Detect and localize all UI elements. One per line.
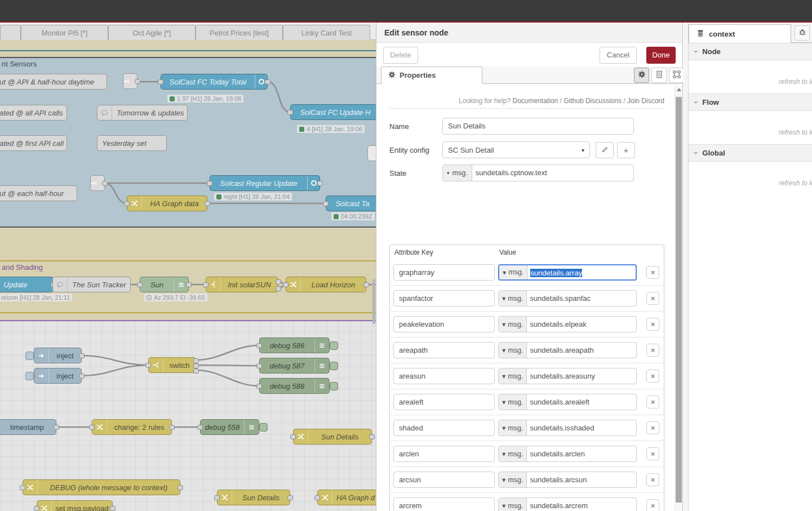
output-port[interactable] [135,79,140,84]
input-port[interactable] [256,363,262,368]
node-button[interactable] [25,352,34,360]
output-port[interactable] [193,368,199,374]
flow-canvas[interactable]: Monitor Pi5 [*]Oct Agile [*]Petrol Price… [0,23,376,511]
appearance-icon-button[interactable] [669,68,684,83]
tab-properties[interactable]: Properties [381,66,482,84]
input-port[interactable] [256,343,262,348]
attribute-value-input[interactable]: ▾msg.sundetails.elpeak [498,316,637,332]
typed-input-type-button[interactable]: ▾msg. [499,291,527,306]
node-set-msg-payload[interactable]: set msg.payload [37,500,113,511]
typed-input-type-button[interactable]: ▾msg. [499,265,527,279]
attribute-value-input[interactable]: ▾msg.sundetails.areapath [498,342,637,358]
scroll-up-arrow[interactable] [677,88,681,91]
node-button[interactable] [330,362,338,370]
input-port[interactable] [34,506,39,511]
remove-attribute-button[interactable]: × [646,499,659,511]
remove-attribute-button[interactable]: × [646,292,659,305]
attribute-key-input[interactable]: peakelevation [393,316,495,332]
attribute-key-input[interactable]: arcrem [393,497,495,511]
output-port[interactable] [79,353,85,358]
debug-sidebar-button[interactable] [795,25,810,41]
node-update-blue[interactable]: Update [0,277,54,292]
attribute-key-input[interactable]: areasun [393,368,495,384]
tab-context[interactable]: context [689,24,791,43]
node-inject-2[interactable]: inject [34,368,82,384]
workspace-tab-blank[interactable] [0,25,21,40]
input-port[interactable] [207,181,212,186]
input-port[interactable] [314,495,320,500]
input-port[interactable] [283,282,289,287]
typed-input-type-button[interactable]: ▾msg. [499,446,527,461]
input-port[interactable] [256,384,262,389]
scrollbar-thumb[interactable] [676,97,682,503]
edit-entity-button[interactable] [596,142,614,158]
typed-input-type-button[interactable]: ▾msg. [499,420,527,436]
github-discussions-link[interactable]: Github Discussions [563,97,622,105]
remove-attribute-button[interactable]: × [646,370,659,383]
remove-attribute-button[interactable]: × [646,266,659,279]
node-comment-each-halfhour[interactable]: ut @ each half-hour [0,185,77,201]
node-button[interactable] [330,341,338,350]
output-port[interactable] [265,79,270,85]
node-debug-558[interactable]: debug 558 [200,419,259,435]
output-port[interactable] [54,425,59,430]
node-sun-details-change-2[interactable]: Sun Details [217,490,290,505]
node-switch-node[interactable]: switch [148,357,196,373]
attribute-key-input[interactable]: spanfactor [393,290,495,306]
join-discord-link[interactable]: Join Discord [627,97,664,105]
input-port[interactable] [203,282,208,287]
node-inject-1[interactable]: inject [34,348,82,363]
typed-input-type-button[interactable]: ▾msg. [443,165,472,181]
canvas-scrollbar-thumb[interactable] [372,279,375,324]
node-change-2-rules[interactable]: change: 2 rules [92,419,172,435]
input-port[interactable] [124,201,130,206]
sidebar-section-global[interactable]: ›Global [689,144,812,162]
node-sun-details-change-1[interactable]: Sun Details [293,429,372,445]
output-port[interactable] [178,485,183,490]
properties-icon-button[interactable] [634,68,649,83]
attribute-value-input[interactable]: ▾msg.sundetails.arclen [498,446,637,462]
input-port[interactable] [89,425,95,430]
attribute-value-input[interactable]: ▾msg.sundetails.arcsun [498,472,637,488]
attribute-value-input[interactable]: ▾msg.sundetails.areasuny [498,368,637,384]
sidebar-resize-handle[interactable] [684,23,689,511]
output-port[interactable] [276,286,281,291]
node-solcast-fc-update[interactable]: SolCast FC Update H [290,104,376,120]
node-ha-graph-change[interactable]: HA Graph d [317,490,376,505]
node-inject-timestamp[interactable]: timestamp [0,419,56,435]
attribute-value-input[interactable]: ▾msg.sundetails.spanfac [498,290,637,306]
node-debug-586[interactable]: debug 586 [259,337,330,353]
output-port[interactable] [186,282,192,287]
typed-input-type-button[interactable]: ▾msg. [499,343,527,358]
node-comment-tomorrow-updates[interactable]: Tomorrow & updates [97,105,188,121]
workspace-tab-monitor-pi5[interactable]: Monitor Pi5 [*] [21,25,108,40]
node-button[interactable] [330,382,338,390]
typed-input-type-button[interactable]: ▾msg. [499,317,527,332]
node-comment-first-api-call[interactable]: ated @ first API call [0,135,67,151]
node-init-solarsun[interactable]: Init solarSUN [206,277,278,292]
node-comment-the-sun-tracker[interactable]: The Sun Tracker [52,277,131,292]
output-port[interactable] [287,495,293,500]
node-comment-api-halfhour-daytime[interactable]: ut @ API & half-hour daytime [0,74,107,90]
add-entity-button[interactable]: + [617,142,635,158]
node-debug-588[interactable]: debug 588 [259,378,330,394]
output-port[interactable] [363,282,369,287]
typed-input-type-button[interactable]: ▾msg. [499,472,527,487]
node-debug-whole-message[interactable]: DEBUG (whole message to context) [23,479,180,495]
state-input[interactable]: ▾msg. sundetails.cptnow.text [442,165,634,181]
attribute-value-input[interactable]: ▾msg.sundetails.isshaded [498,420,637,436]
input-port[interactable] [158,79,163,85]
remove-attribute-button[interactable]: × [646,447,659,460]
attribute-value-input[interactable]: ▾msg.sundetails.array [498,264,637,281]
attribute-key-input[interactable]: areapath [393,342,495,358]
attribute-key-input[interactable]: arclen [393,446,495,462]
node-link-in-2[interactable] [90,175,105,191]
entity-config-select[interactable]: SC Sun Detail ▾ [442,141,590,158]
node-comment-yesterday-set[interactable]: Yesterday set [97,135,167,151]
input-port[interactable] [197,425,203,430]
node-comment-all-api-calls[interactable]: ated @ all API calls [0,105,67,121]
remove-attribute-button[interactable]: × [646,473,659,486]
node-load-horizon[interactable]: Load Horizon [286,277,366,292]
workspace-tab-linky-card-test[interactable]: Linky Card Test [283,25,370,40]
node-solcast-regular-update[interactable]: Solcast Regular Update [210,175,320,191]
